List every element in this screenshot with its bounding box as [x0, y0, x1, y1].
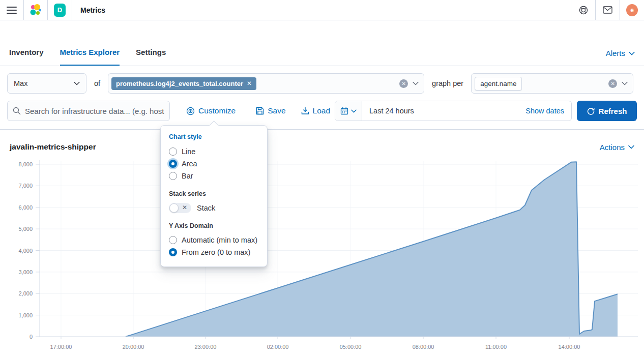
hamburger-icon [7, 6, 17, 14]
life-buoy-icon [579, 6, 588, 15]
radio-label: Area [182, 160, 197, 168]
radio-icon [169, 236, 177, 244]
elastic-logo-icon [29, 4, 42, 17]
section-divider [0, 129, 644, 130]
date-quick-select-button[interactable] [335, 101, 362, 121]
radio-label: Line [182, 147, 195, 156]
svg-text:05:00:00: 05:00:00 [340, 344, 362, 350]
chevron-down-icon [74, 81, 80, 85]
search-box [7, 101, 170, 121]
clear-metric-icon[interactable]: ✕ [399, 79, 408, 88]
space-badge: D [54, 4, 66, 17]
svg-text:1,000: 1,000 [18, 312, 33, 318]
svg-text:14:00:00: 14:00:00 [559, 344, 580, 350]
aggregation-select[interactable]: Max [7, 73, 86, 94]
toggle-knob [169, 203, 179, 213]
svg-text:7,000: 7,000 [18, 183, 33, 189]
of-label: of [92, 79, 102, 87]
load-label: Load [313, 106, 330, 115]
svg-text:20:00:00: 20:00:00 [123, 344, 144, 350]
metric-token-label: prometheus.log4j2_events_total.counter [116, 80, 243, 87]
calendar-icon [340, 107, 348, 115]
refresh-icon [587, 107, 595, 115]
stack-toggle[interactable]: ✕ [169, 203, 191, 213]
alerts-menu[interactable]: Alerts [606, 49, 635, 66]
show-dates-link[interactable]: Show dates [525, 107, 571, 115]
save-label: Save [268, 106, 285, 115]
menu-button[interactable] [0, 0, 24, 20]
radio-icon [169, 160, 177, 168]
svg-text:8,000: 8,000 [18, 161, 33, 167]
breadcrumb: Metrics [72, 0, 113, 20]
svg-text:02:00:00: 02:00:00 [267, 344, 289, 350]
chart-title: javalin-metrics-shipper [10, 142, 96, 152]
group-by-token[interactable]: agent.name [475, 77, 522, 91]
svg-text:0: 0 [30, 334, 33, 340]
chart-style-title: Chart style [169, 133, 259, 140]
remove-token-icon[interactable]: ✕ [247, 80, 252, 87]
y-axis-domain-title: Y Axis Domain [169, 222, 259, 229]
tab-inventory[interactable]: Inventory [9, 48, 44, 66]
group-by-combobox[interactable]: agent.name ✕ [471, 73, 633, 94]
chart-canvas[interactable]: 01,0002,0003,0004,0005,0006,0007,0008,00… [0, 155, 644, 354]
popover-arrow [209, 121, 218, 130]
svg-text:3,000: 3,000 [18, 269, 33, 275]
radio-icon [169, 172, 177, 180]
elastic-logo[interactable] [24, 0, 48, 20]
chevron-down-icon [629, 51, 635, 55]
svg-text:4,000: 4,000 [18, 248, 33, 254]
radio-label: Automatic (min to max) [182, 236, 257, 244]
svg-text:6,000: 6,000 [18, 204, 33, 211]
svg-text:2,000: 2,000 [18, 290, 33, 296]
customize-button[interactable]: Customize [186, 106, 236, 115]
refresh-button[interactable]: Refresh [577, 101, 637, 121]
tab-settings[interactable]: Settings [136, 48, 166, 66]
y-axis-option-automatic[interactable]: Automatic (min to max) [169, 234, 259, 246]
chart-actions-menu[interactable]: Actions [600, 143, 634, 152]
chart-style-option-area[interactable]: Area [169, 158, 259, 170]
chevron-down-icon [622, 81, 628, 85]
avatar: e [626, 4, 638, 16]
metric-controls-row: Max of prometheus.log4j2_events_total.co… [0, 66, 644, 101]
svg-text:08:00:00: 08:00:00 [413, 344, 434, 350]
customize-label: Customize [198, 106, 236, 115]
time-range-value[interactable]: Last 24 hours [362, 107, 525, 115]
stack-switch-row: ✕ Stack [169, 202, 259, 214]
user-menu-button[interactable]: e [620, 0, 644, 20]
chevron-down-icon [413, 81, 419, 85]
page-tabs: Inventory Metrics Explorer Settings Aler… [0, 20, 644, 66]
chevron-down-icon [628, 145, 634, 149]
date-picker-group: Last 24 hours Show dates [335, 101, 572, 121]
topbar-spacer [113, 0, 571, 20]
notifications-button[interactable] [595, 0, 620, 20]
tab-metrics-explorer[interactable]: Metrics Explorer [60, 48, 120, 66]
clear-group-by-icon[interactable]: ✕ [608, 79, 617, 88]
svg-text:5,000: 5,000 [18, 226, 33, 232]
save-icon [256, 107, 264, 115]
chart-style-option-line[interactable]: Line [169, 145, 259, 158]
chart-header: javalin-metrics-shipper Actions [0, 139, 644, 155]
load-button[interactable]: Load [301, 106, 330, 115]
customize-popover: Chart style Line Area Bar Stack series ✕… [160, 125, 268, 267]
radio-icon [169, 147, 177, 156]
metric-combobox[interactable]: prometheus.log4j2_events_total.counter ✕… [108, 73, 424, 94]
save-button[interactable]: Save [256, 106, 285, 115]
y-axis-option-from-zero[interactable]: From zero (0 to max) [169, 246, 259, 258]
radio-icon [169, 248, 177, 256]
radio-label: Bar [182, 172, 193, 180]
toggle-off-icon: ✕ [182, 204, 187, 211]
metric-area-chart[interactable]: 01,0002,0003,0004,0005,0006,0007,0008,00… [0, 155, 644, 356]
metric-token[interactable]: prometheus.log4j2_events_total.counter ✕ [111, 77, 256, 90]
graph-per-label: graph per [430, 79, 465, 87]
refresh-label: Refresh [599, 107, 627, 115]
actions-label: Actions [600, 143, 625, 152]
stack-series-title: Stack series [169, 190, 259, 197]
search-input[interactable] [25, 107, 164, 115]
space-selector[interactable]: D [48, 0, 72, 20]
eye-icon [186, 107, 195, 115]
svg-text:17:00:00: 17:00:00 [50, 344, 72, 350]
chart-style-option-bar[interactable]: Bar [169, 170, 259, 182]
help-button[interactable] [571, 0, 595, 20]
search-icon [13, 107, 21, 115]
toolbar-row: Customize Save Load Last 24 hours Show d… [0, 101, 644, 121]
